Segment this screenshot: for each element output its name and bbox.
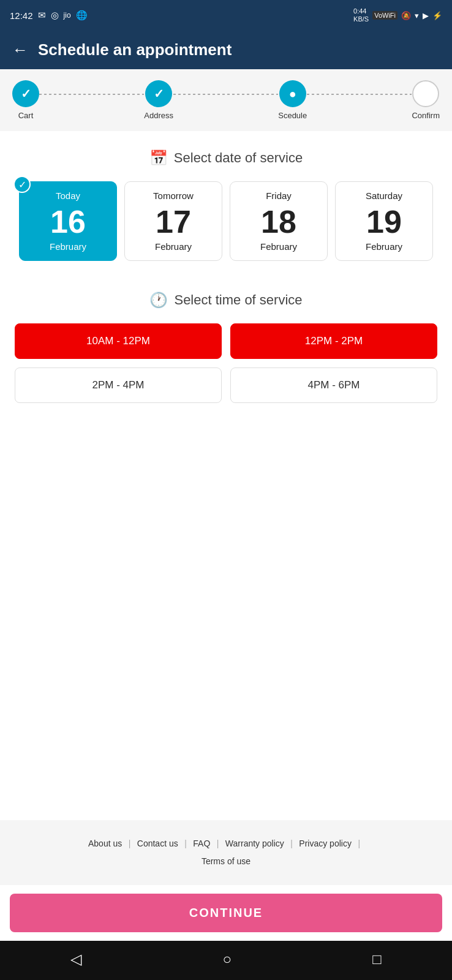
status-vowifi-icon: VoWiFi [372,11,397,20]
date-day-num-0: 16 [26,206,110,238]
nav-bar: ◁ ○ □ [0,941,452,980]
date-day-name-3: Saturday [342,190,426,201]
status-network-speed: 0:44KB/S [353,7,369,23]
step-circle-confirm [412,80,439,107]
date-card-tomorrow[interactable]: Tomorrow 17 February [124,181,222,261]
time-section-title: Select time of service [174,292,302,308]
date-month-2: February [236,241,321,252]
step-label-schedule: Scedule [278,111,307,120]
step-circle-cart: ✓ [12,80,39,107]
date-card-today[interactable]: ✓ Today 16 February [19,181,117,261]
step-circle-schedule: ● [279,80,306,107]
step-address: ✓ Address [144,80,173,120]
selected-check-icon: ✓ [13,176,31,193]
status-icon-globe: 🌐 [76,10,88,21]
footer-links: About us | Contact us | FAQ | Warranty p… [0,820,452,885]
page-title: Schedule an appointment [38,40,232,59]
date-day-num-2: 18 [236,206,321,238]
back-button[interactable]: ← [12,40,28,59]
date-section-header: 📅 Select date of service [15,149,437,167]
date-day-name-2: Friday [236,190,321,201]
date-day-name-1: Tomorrow [131,190,216,201]
time-slot-0[interactable]: 10AM - 12PM [15,323,222,359]
status-time: 12:42 [10,10,33,21]
step-circle-address: ✓ [145,80,172,107]
date-month-0: February [26,241,110,252]
step-label-cart: Cart [18,111,34,120]
nav-back-button[interactable]: ◁ [70,951,81,968]
footer-link-faq[interactable]: FAQ [193,839,210,848]
date-cards-container: ✓ Today 16 February Tomorrow 17 February… [15,181,437,261]
date-month-1: February [131,241,216,252]
status-mute-icon: 🔕 [401,11,411,20]
date-day-num-3: 19 [342,206,426,238]
footer-links-row1: About us | Contact us | FAQ | Warranty p… [10,835,442,853]
status-right: 0:44KB/S VoWiFi 🔕 ▾ ▶ ⚡ [353,7,442,23]
footer-link-warranty[interactable]: Warranty policy [225,839,284,848]
status-icon-msg: ✉ [38,10,46,21]
step-connector-2 [173,94,278,95]
date-day-num-1: 17 [131,206,216,238]
date-card-saturday[interactable]: Saturday 19 February [335,181,433,261]
step-label-confirm: Confirm [412,111,440,120]
status-signal-icon: ▶ [423,11,429,20]
footer-link-about[interactable]: About us [88,839,122,848]
time-slot-3[interactable]: 4PM - 6PM [230,368,437,403]
time-slot-2[interactable]: 2PM - 4PM [15,368,222,403]
nav-home-button[interactable]: ○ [222,951,232,968]
date-section-title: Select date of service [174,150,303,166]
status-battery-icon: ⚡ [432,11,442,20]
status-left: 12:42 ✉ ◎ jio 🌐 [10,10,88,21]
page-header: ← Schedule an appointment [0,31,452,69]
date-month-3: February [342,241,426,252]
time-grid: 10AM - 12PM 12PM - 2PM 2PM - 4PM 4PM - 6… [15,323,437,403]
clock-icon: 🕐 [149,292,168,309]
time-slot-1[interactable]: 12PM - 2PM [230,323,437,359]
step-label-address: Address [144,111,173,120]
footer-link-privacy[interactable]: Privacy policy [299,839,352,848]
status-icon-headphones: ◎ [51,10,59,21]
step-schedule: ● Scedule [278,80,307,120]
status-bar: 12:42 ✉ ◎ jio 🌐 0:44KB/S VoWiFi 🔕 ▾ ▶ ⚡ [0,0,452,31]
step-connector-1 [39,94,144,95]
status-wifi-icon: ▾ [415,11,419,20]
calendar-icon: 📅 [149,149,168,167]
step-confirm: Confirm [412,80,440,120]
status-icon-jio: jio [64,11,71,20]
step-cart: ✓ Cart [12,80,39,120]
footer-link-contact[interactable]: Contact us [137,839,178,848]
step-connector-3 [307,94,412,95]
date-day-name-0: Today [26,190,110,201]
footer-links-row2: Terms of use [10,853,442,870]
main-content: 📅 Select date of service ✓ Today 16 Febr… [0,131,452,820]
date-card-friday[interactable]: Friday 18 February [230,181,328,261]
time-section-header: 🕐 Select time of service [15,292,437,309]
continue-button[interactable]: CONTINUE [10,894,442,932]
footer-link-terms[interactable]: Terms of use [202,856,250,866]
nav-recent-button[interactable]: □ [372,951,382,968]
stepper: ✓ Cart ✓ Address ● Scedule Confirm [0,69,452,131]
